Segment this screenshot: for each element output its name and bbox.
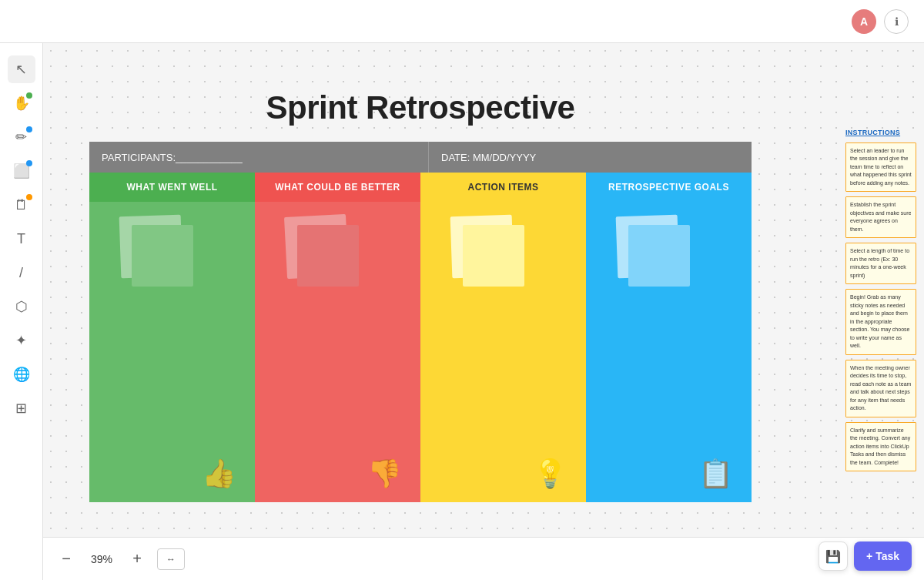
dot-green <box>26 92 32 99</box>
instruction-item-2: Establish the sprint objectives and make… <box>845 196 916 238</box>
save-button[interactable]: 💾 <box>819 541 848 571</box>
board-title: Sprint Retrospective <box>89 89 752 126</box>
instructions-panel: INSTRUCTIONS Select an leader to run the… <box>845 128 916 476</box>
instruction-item-5: When the meeting owner decides its time … <box>845 360 916 417</box>
columns-body: 👍 👎 💡 📋 <box>89 202 752 502</box>
bottom-bar: − 39% + ↔ 💾 + Task <box>43 537 924 580</box>
col-action-items[interactable]: 💡 <box>420 202 586 502</box>
left-sidebar: ↖ ✋ ✏ ⬜ 🗒 T / ⬡ ✦ 🌐 ⊞ <box>0 43 43 580</box>
col-header-went-well: WHAT WENT WELL <box>89 173 255 202</box>
magic-icon[interactable]: ✦ <box>8 327 35 354</box>
dot-blue2 <box>26 160 32 166</box>
cursor-icon[interactable]: ↖ <box>8 55 35 83</box>
columns-header: WHAT WENT WELL WHAT COULD BE BETTER ACTI… <box>89 173 752 202</box>
text-icon[interactable]: T <box>8 225 35 253</box>
sticky-note-red2[interactable] <box>297 225 359 287</box>
avatar[interactable]: A <box>852 9 876 34</box>
instruction-item-3: Select a length of time to run the retro… <box>845 243 916 284</box>
template-icon[interactable]: ⊞ <box>8 394 35 422</box>
draw-icon[interactable]: ✏ <box>8 123 35 151</box>
lightbulb-icon: 💡 <box>533 458 567 490</box>
col-retro-goals[interactable]: 📋 <box>586 202 752 502</box>
instruction-item-6: Clarify and summarize the meeting. Conve… <box>845 422 916 472</box>
dot-blue <box>26 126 32 132</box>
thumbs-down-icon: 👎 <box>367 458 402 490</box>
board-container: Sprint Retrospective WHAT WENT WELL WHAT… <box>89 89 752 502</box>
line-icon[interactable]: / <box>8 259 35 287</box>
col-went-well[interactable]: 👍 <box>89 202 255 502</box>
info-button[interactable]: ℹ <box>884 9 909 34</box>
hand-icon[interactable]: ✋ <box>8 89 35 117</box>
clipboard-icon: 📋 <box>698 458 733 490</box>
instruction-item-4: Begin! Grab as many sticky notes as need… <box>845 289 916 355</box>
col-could-be-better[interactable]: 👎 <box>255 202 420 502</box>
top-bar: A ℹ <box>0 0 924 43</box>
participants-field[interactable] <box>89 142 428 173</box>
fit-button[interactable]: ↔ <box>157 548 185 570</box>
instructions-title: INSTRUCTIONS <box>845 128 916 138</box>
add-task-button[interactable]: + Task <box>854 541 912 571</box>
col-header-action-items: ACTION ITEMS <box>420 173 586 202</box>
zoom-in-button[interactable]: + <box>126 548 148 570</box>
sticky-icon[interactable]: 🗒 <box>8 191 35 219</box>
sticky-note-green2[interactable] <box>132 225 193 287</box>
globe-icon[interactable]: 🌐 <box>8 360 35 388</box>
instruction-item-1: Select an leader to run the session and … <box>845 142 916 193</box>
date-field[interactable] <box>428 142 752 173</box>
shape-icon[interactable]: ⬜ <box>8 157 35 185</box>
zoom-level: 39% <box>86 553 117 565</box>
col-header-could-be-better: WHAT COULD BE BETTER <box>255 173 420 202</box>
zoom-out-button[interactable]: − <box>55 548 77 570</box>
sticky-note-yellow2[interactable] <box>463 225 524 287</box>
sticky-note-blue2[interactable] <box>628 225 690 287</box>
bottom-right-actions: 💾 + Task <box>819 541 912 571</box>
thumbs-up-icon: 👍 <box>202 458 236 490</box>
connect-icon[interactable]: ⬡ <box>8 293 35 320</box>
dot-orange <box>26 194 32 200</box>
col-header-retro-goals: RETROSPECTIVE GOALS <box>586 173 752 202</box>
canvas: Sprint Retrospective WHAT WENT WELL WHAT… <box>43 43 924 537</box>
header-row <box>89 142 752 173</box>
